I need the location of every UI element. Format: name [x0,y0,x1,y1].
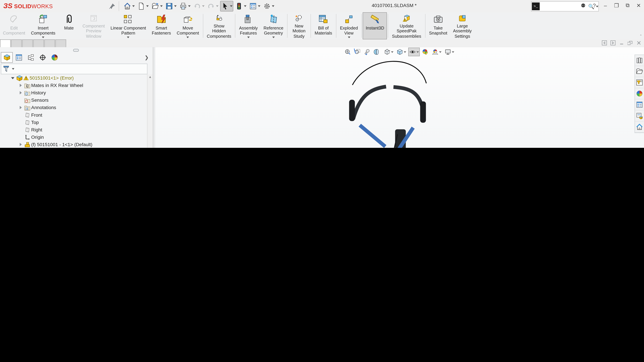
view-toolbar-button[interactable] [421,48,430,56]
ribbon-button[interactable]: Show Hidden Components [204,12,234,39]
ribbon-button[interactable]: Component Preview Window [80,12,108,39]
tree-row[interactable]: 50151001<1> (Error) [0,74,148,82]
task-pane-tab[interactable] [635,88,644,99]
menu-item[interactable] [69,4,77,8]
ribbon-button[interactable]: Assembly Features [236,12,260,39]
document-window-control[interactable] [636,40,642,45]
quickbar-button[interactable] [136,1,149,11]
ribbon-button[interactable]: Linear Component Pattern [108,12,149,39]
expand-arrow-icon[interactable] [18,142,23,147]
user-account-icon[interactable]: ⚉ [580,2,587,9]
scroll-up-icon[interactable]: ▲ [148,74,153,80]
ribbon-button[interactable]: Reference Geometry [260,12,286,39]
document-window-control[interactable] [628,40,633,45]
quickbar-button[interactable] [206,1,219,11]
tree-row[interactable]: Right [0,126,148,133]
expand-arrow-icon[interactable] [18,135,23,139]
view-toolbar-button[interactable] [363,48,372,56]
task-pane-tab[interactable] [635,77,644,88]
quickbar-button[interactable] [178,1,191,11]
ribbon-button[interactable]: Large Assembly Settings [450,12,474,39]
quickbar-button[interactable] [122,1,135,11]
document-window-control[interactable] [602,40,607,45]
ribbon-button[interactable]: Instant3D [363,12,387,39]
view-toolbar-button[interactable] [353,48,362,56]
view-toolbar-button[interactable] [343,48,352,56]
ribbon-button[interactable]: Update SpeedPak Subassemblies [389,12,424,39]
document-window-control[interactable] [610,40,616,45]
tree-vertical-scrollbar[interactable]: ▲ ▼ [147,74,153,148]
quickbar-button[interactable] [220,1,233,11]
ribbon-button[interactable]: Exploded View [337,12,361,39]
quickbar-button[interactable] [150,1,163,11]
view-toolbar-button[interactable] [396,48,407,56]
panel-splitter-grip[interactable] [73,49,79,52]
ribbon-button[interactable]: Smart Fasteners [149,12,174,39]
commandmanager-tab[interactable] [44,39,55,47]
tree-row[interactable]: Origin [0,133,148,141]
menu-item[interactable] [62,4,69,8]
task-pane-tab[interactable] [635,66,644,77]
tree-row[interactable]: Mates in RX Rear Wheel [0,82,148,89]
help-icon[interactable]: ? [591,2,598,9]
panel-expand-icon[interactable]: ❯ [144,55,149,60]
tree-row[interactable]: Annotations [0,104,148,111]
ribbon-button[interactable]: Take Snapshot [426,12,450,39]
quickbar-button[interactable] [248,1,261,11]
task-pane-tab[interactable] [635,121,644,133]
cascade-windows-icon[interactable]: ⧉ [624,2,631,9]
ribbon-button[interactable]: Insert Components [28,12,58,39]
view-toolbar-button[interactable] [373,48,382,56]
expand-arrow-icon[interactable] [18,112,23,117]
ribbon-button[interactable]: Edit Component [0,12,28,39]
command-search-icon[interactable]: >_ [532,2,540,10]
expand-arrow-icon[interactable] [18,98,23,103]
expand-arrow-icon[interactable] [18,105,23,110]
task-pane-tab[interactable] [635,110,644,121]
menu-item[interactable] [92,4,99,8]
pin-icon[interactable] [109,3,115,9]
expand-arrow-icon[interactable] [11,76,16,80]
commandmanager-tab[interactable] [11,39,22,47]
graphics-viewport[interactable]: X Y Z [155,47,644,148]
commandmanager-tab[interactable] [22,39,33,47]
featuremanager-tab[interactable] [13,52,25,63]
window-layout-icon[interactable]: ❐ [613,2,620,9]
expand-arrow-icon[interactable] [18,120,23,125]
ribbon-button[interactable]: Mate [58,12,80,39]
ribbon-collapse-icon[interactable]: ˆ [640,34,642,38]
commandmanager-tab[interactable] [0,39,11,47]
menu-item[interactable] [84,4,92,8]
expand-arrow-icon[interactable] [18,83,23,88]
minimize-icon[interactable]: – [602,2,609,9]
ribbon-button[interactable]: Move Component [174,12,202,39]
featuremanager-tab[interactable] [48,52,60,63]
quickbar-button[interactable] [262,1,275,11]
view-toolbar-button[interactable] [383,48,394,56]
quickbar-button[interactable] [164,1,177,11]
tree-row[interactable]: Front [0,111,148,119]
expand-arrow-icon[interactable] [18,90,23,95]
view-toolbar-button[interactable] [444,48,455,56]
tree-row[interactable]: (f) 50151001 - 1<1> (Default) [0,141,148,148]
task-pane-tab[interactable] [635,55,644,66]
ribbon-button[interactable]: Bill of Materials [312,12,335,39]
commandmanager-tab[interactable] [33,39,44,47]
quickbar-button[interactable] [192,1,205,11]
quickbar-button[interactable] [234,1,247,11]
featuremanager-tab[interactable] [36,52,48,63]
featuremanager-tab[interactable] [1,52,13,63]
view-toolbar-button[interactable] [431,48,442,56]
menu-item[interactable] [77,4,84,8]
view-toolbar-button[interactable] [408,48,420,56]
tree-filter[interactable] [1,64,148,74]
tree-row[interactable]: Sensors [0,96,148,104]
ribbon-button[interactable]: New Motion Study [288,12,310,39]
document-window-control[interactable] [619,40,624,45]
expand-arrow-icon[interactable] [18,127,23,132]
tree-row[interactable]: History [0,89,148,96]
close-icon[interactable]: ✕ [635,2,642,9]
commandmanager-tab[interactable] [56,39,66,47]
tree-row[interactable]: Top [0,119,148,126]
featuremanager-tab[interactable] [25,52,36,63]
